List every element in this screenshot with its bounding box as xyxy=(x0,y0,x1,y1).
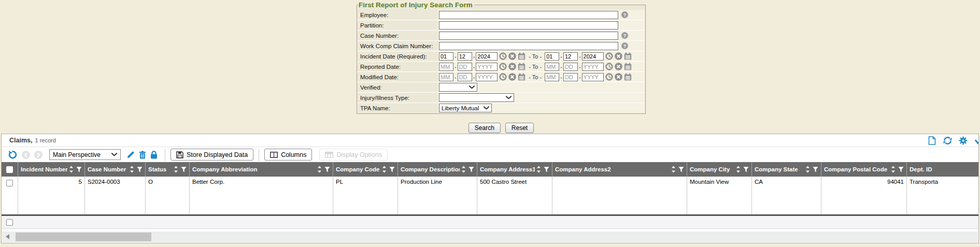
clock-icon[interactable] xyxy=(605,63,613,70)
incident-from-day-input[interactable] xyxy=(458,52,472,61)
new-document-icon[interactable] xyxy=(928,136,936,145)
employee-input[interactable] xyxy=(439,11,618,19)
sort-icon[interactable] xyxy=(891,166,896,173)
clock-icon[interactable] xyxy=(499,52,507,60)
incident-from-year-input[interactable] xyxy=(476,52,498,61)
clock-icon[interactable] xyxy=(499,73,507,81)
column-header-status[interactable]: Status xyxy=(146,162,190,177)
clear-icon[interactable] xyxy=(615,73,622,81)
case-number-input[interactable] xyxy=(439,32,618,40)
filter-funnel-icon[interactable] xyxy=(468,167,474,172)
sort-icon[interactable] xyxy=(317,166,322,173)
column-header-case-number[interactable]: Case Number xyxy=(85,162,146,177)
sort-icon[interactable] xyxy=(671,166,676,173)
lock-icon[interactable] xyxy=(150,151,158,159)
help-icon[interactable] xyxy=(621,11,628,18)
delete-trash-icon[interactable] xyxy=(139,151,146,159)
incident-to-year-input[interactable] xyxy=(582,52,604,61)
filter-funnel-icon[interactable] xyxy=(389,167,395,172)
clock-icon[interactable] xyxy=(605,73,613,81)
filter-funnel-icon[interactable] xyxy=(743,167,749,172)
calendar-icon[interactable] xyxy=(518,73,525,81)
filter-funnel-icon[interactable] xyxy=(137,167,143,172)
undo-icon[interactable] xyxy=(8,150,18,159)
modified-from-month-input[interactable] xyxy=(439,73,453,81)
reported-to-year-input[interactable] xyxy=(582,63,604,71)
column-header-company-description[interactable]: Company Description xyxy=(398,162,477,177)
clear-icon[interactable] xyxy=(615,63,622,70)
filter-funnel-icon[interactable] xyxy=(181,167,187,172)
sort-icon[interactable] xyxy=(382,166,387,173)
filter-funnel-icon[interactable] xyxy=(324,167,330,172)
modified-to-month-input[interactable] xyxy=(545,73,559,81)
modified-from-day-input[interactable] xyxy=(458,73,472,81)
incident-from-month-input[interactable] xyxy=(439,52,453,61)
search-button[interactable]: Search xyxy=(468,123,501,133)
sort-icon[interactable] xyxy=(805,166,810,173)
modified-to-year-input[interactable] xyxy=(582,73,604,81)
tpa-name-select[interactable]: Liberty Mutual xyxy=(439,104,492,112)
filter-funnel-icon[interactable] xyxy=(76,167,82,172)
row-checkbox[interactable] xyxy=(6,180,13,186)
column-header-company-city[interactable]: Company City xyxy=(687,162,752,177)
store-displayed-data-button[interactable]: Store Displayed Data xyxy=(171,149,253,161)
column-header-company-postal-code[interactable]: Company Postal Code xyxy=(821,162,907,177)
verified-select[interactable] xyxy=(439,83,477,92)
horizontal-scrollbar[interactable] xyxy=(2,231,978,242)
help-icon[interactable] xyxy=(621,42,628,49)
scrollbar-thumb[interactable] xyxy=(16,233,151,241)
incident-to-month-input[interactable] xyxy=(545,52,559,61)
incident-to-day-input[interactable] xyxy=(563,52,578,61)
footer-checkbox[interactable] xyxy=(6,219,13,226)
reset-button[interactable]: Reset xyxy=(505,123,534,133)
injury-type-select[interactable] xyxy=(439,93,514,102)
filter-funnel-icon[interactable] xyxy=(813,167,818,172)
column-header-dept-id[interactable]: Dept. ID xyxy=(907,162,979,177)
clock-icon[interactable] xyxy=(499,63,507,70)
modified-to-day-input[interactable] xyxy=(563,73,578,81)
checkmark-icon[interactable] xyxy=(974,136,978,145)
work-comp-input[interactable] xyxy=(439,42,618,50)
sort-icon[interactable] xyxy=(461,166,466,173)
column-header-company-code[interactable]: Company Code xyxy=(333,162,398,177)
reported-from-day-input[interactable] xyxy=(458,63,472,71)
sort-icon[interactable] xyxy=(130,166,134,173)
clear-icon[interactable] xyxy=(508,63,516,70)
column-header-company-address2[interactable]: Company Address2 xyxy=(552,162,687,177)
clear-icon[interactable] xyxy=(508,52,516,60)
sort-icon[interactable] xyxy=(174,166,178,173)
sort-icon[interactable] xyxy=(536,166,541,173)
clock-icon[interactable] xyxy=(605,52,613,60)
sort-icon[interactable] xyxy=(69,166,74,173)
clear-icon[interactable] xyxy=(615,52,622,60)
calendar-icon[interactable] xyxy=(518,52,525,60)
clear-icon[interactable] xyxy=(508,73,516,81)
reported-from-month-input[interactable] xyxy=(439,63,453,71)
edit-pencil-icon[interactable] xyxy=(126,151,135,159)
help-icon[interactable] xyxy=(621,32,628,39)
filter-funnel-icon[interactable] xyxy=(678,167,684,172)
refresh-icon[interactable] xyxy=(943,136,952,145)
column-header-company-address1[interactable]: Company Address1 xyxy=(477,162,552,177)
column-header-company-abbreviation[interactable]: Company Abbreviation xyxy=(190,162,333,177)
select-all-checkbox[interactable] xyxy=(6,166,13,173)
filter-funnel-icon[interactable] xyxy=(898,167,904,172)
calendar-icon[interactable] xyxy=(624,73,632,81)
sort-icon[interactable] xyxy=(736,166,741,173)
column-header-company-state[interactable]: Company State xyxy=(752,162,821,177)
reported-from-year-input[interactable] xyxy=(476,63,498,71)
gear-icon[interactable] xyxy=(959,136,968,145)
calendar-icon[interactable] xyxy=(624,63,632,70)
scroll-left-arrow-icon[interactable] xyxy=(6,234,9,239)
modified-from-year-input[interactable] xyxy=(476,73,498,81)
calendar-icon[interactable] xyxy=(624,52,632,60)
partition-input[interactable] xyxy=(439,21,618,30)
perspective-select[interactable]: Main Perspective xyxy=(49,149,121,160)
columns-button[interactable]: Columns xyxy=(264,149,312,161)
table-row[interactable]: 5 S2024-0003 O Better Corp. PL Productio… xyxy=(2,177,979,214)
filter-funnel-icon[interactable] xyxy=(544,167,549,172)
calendar-icon[interactable] xyxy=(518,63,525,70)
column-header-incident-number[interactable]: Incident Number xyxy=(18,162,85,177)
reported-to-day-input[interactable] xyxy=(563,63,578,71)
reported-to-month-input[interactable] xyxy=(545,63,559,71)
